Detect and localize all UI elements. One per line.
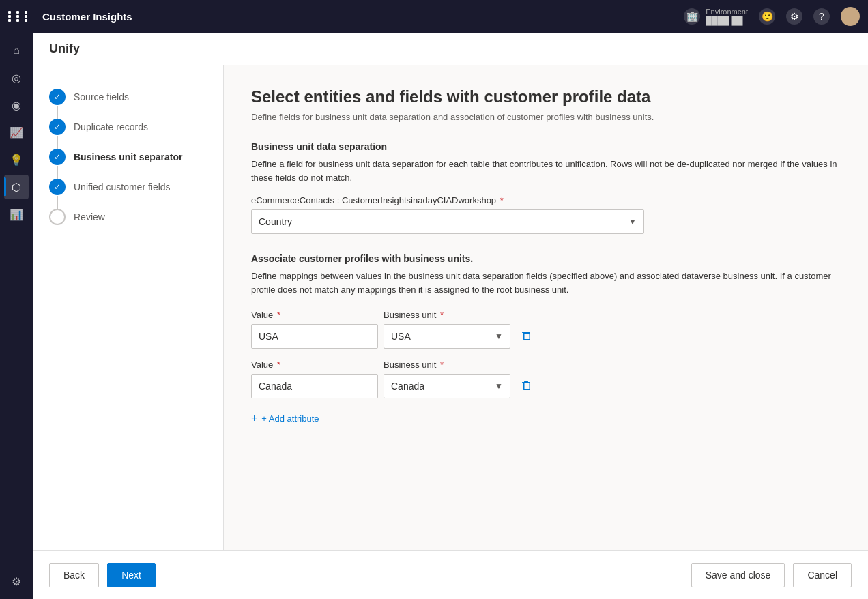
settings-icon[interactable]: ⚙ bbox=[786, 8, 802, 25]
footer-right: Save and close Cancel bbox=[691, 563, 852, 587]
header-bar: Unify bbox=[33, 33, 868, 65]
step-main: ✓ Source fields ✓ Duplicate records ✓ Bu… bbox=[33, 65, 868, 550]
biz-required-marker: * bbox=[500, 195, 504, 205]
mapping-row-1: Value * Business unit * USA bbox=[251, 310, 841, 349]
associate-title: Associate customer profiles with busines… bbox=[251, 253, 841, 264]
add-attribute-button[interactable]: + + Add attribute bbox=[251, 409, 319, 427]
value-label-1: Value * bbox=[251, 310, 378, 320]
step-review[interactable]: Review bbox=[44, 202, 212, 232]
business-unit-label-1: Business unit * bbox=[384, 310, 510, 320]
add-attr-label: + Add attribute bbox=[261, 413, 319, 424]
environment-selector[interactable]: 🏢 Environment ████ ██ bbox=[684, 8, 748, 25]
step-circle-duplicate: ✓ bbox=[49, 119, 66, 135]
step-label-duplicate: Duplicate records bbox=[74, 121, 148, 132]
app-title: Customer Insights bbox=[42, 11, 676, 23]
step-duplicate-records[interactable]: ✓ Duplicate records bbox=[44, 112, 212, 142]
apps-grid-icon[interactable] bbox=[8, 11, 31, 22]
content-area: Unify ✓ Source fields ✓ Duplicate record… bbox=[33, 33, 868, 599]
biz-section-title: Business unit data separation bbox=[251, 141, 841, 152]
business-unit-col-2: Business unit * Canada ▼ bbox=[384, 360, 510, 398]
sidebar-item-segments[interactable]: ⬡ bbox=[4, 175, 29, 199]
page-title: Unify bbox=[49, 42, 80, 56]
associate-section: Associate customer profiles with busines… bbox=[251, 253, 841, 427]
step-label-unified: Unified customer fields bbox=[74, 181, 171, 192]
sidebar-item-analytics[interactable]: ◎ bbox=[4, 65, 29, 90]
value-required-1: * bbox=[277, 310, 280, 320]
smiley-icon[interactable]: 🙂 bbox=[759, 8, 775, 25]
value-col-2: Value * bbox=[251, 360, 378, 398]
main-subtitle: Define fields for business unit data sep… bbox=[251, 112, 841, 122]
back-button[interactable]: Back bbox=[49, 563, 99, 587]
sidebar-item-chart[interactable]: 📈 bbox=[4, 120, 29, 145]
value-col-1: Value * bbox=[251, 310, 378, 349]
business-unit-section: Business unit data separation Define a f… bbox=[251, 141, 841, 253]
country-dropdown-chevron: ▼ bbox=[628, 217, 637, 227]
value-input-1[interactable] bbox=[251, 324, 378, 349]
country-dropdown[interactable]: Country ▼ bbox=[251, 209, 644, 234]
sidebar-item-settings[interactable]: ⚙ bbox=[4, 569, 29, 594]
help-icon[interactable]: ? bbox=[813, 8, 830, 25]
bu-required-1: * bbox=[440, 310, 444, 320]
bu-required-2: * bbox=[440, 360, 444, 370]
environment-icon: 🏢 bbox=[684, 8, 700, 25]
main-panel: Select entities and fields with customer… bbox=[224, 65, 868, 550]
step-circle-review bbox=[49, 209, 66, 225]
step-circle-unified: ✓ bbox=[49, 179, 66, 195]
business-unit-dropdown-2[interactable]: Canada ▼ bbox=[384, 374, 510, 398]
sidebar-item-target[interactable]: ◉ bbox=[4, 93, 29, 117]
step-label-source: Source fields bbox=[74, 91, 129, 102]
icon-sidebar: ⌂ ◎ ◉ 📈 💡 ⬡ 📊 ⚙ bbox=[0, 33, 33, 599]
steps-sidebar: ✓ Source fields ✓ Duplicate records ✓ Bu… bbox=[33, 65, 224, 550]
main-title: Select entities and fields with customer… bbox=[251, 87, 841, 106]
mapping-row-2: Value * Business unit * Canada bbox=[251, 360, 841, 398]
sidebar-item-home[interactable]: ⌂ bbox=[4, 38, 29, 63]
cancel-button[interactable]: Cancel bbox=[793, 563, 852, 587]
business-unit-label-2: Business unit * bbox=[384, 360, 510, 370]
delete-row-2[interactable] bbox=[516, 374, 538, 398]
value-required-2: * bbox=[277, 360, 280, 370]
environment-info: Environment ████ ██ bbox=[706, 8, 748, 25]
top-nav: Customer Insights 🏢 Environment ████ ██ … bbox=[0, 0, 868, 33]
save-close-button[interactable]: Save and close bbox=[691, 563, 785, 587]
env-value: ████ ██ bbox=[706, 16, 748, 25]
bu-dropdown-chevron-1: ▼ bbox=[495, 332, 503, 341]
value-label-2: Value * bbox=[251, 360, 378, 370]
step-unified-customer[interactable]: ✓ Unified customer fields bbox=[44, 172, 212, 202]
value-input-2[interactable] bbox=[251, 374, 378, 398]
add-icon: + bbox=[251, 412, 257, 424]
top-nav-right: 🏢 Environment ████ ██ 🙂 ⚙ ? bbox=[684, 7, 860, 26]
step-source-fields[interactable]: ✓ Source fields bbox=[44, 82, 212, 112]
footer-left: Back Next bbox=[49, 563, 156, 587]
business-unit-dropdown-1[interactable]: USA ▼ bbox=[384, 324, 510, 349]
env-label: Environment bbox=[706, 8, 748, 16]
step-label-business: Business unit separator bbox=[74, 151, 183, 162]
avatar[interactable] bbox=[841, 7, 860, 26]
country-dropdown-value: Country bbox=[259, 216, 292, 227]
biz-section-desc: Define a field for business unit data se… bbox=[251, 158, 841, 184]
footer: Back Next Save and close Cancel bbox=[33, 550, 868, 599]
bu-dropdown-chevron-2: ▼ bbox=[495, 381, 503, 391]
step-label-review: Review bbox=[74, 211, 105, 222]
next-button[interactable]: Next bbox=[107, 563, 156, 587]
main-layout: ⌂ ◎ ◉ 📈 💡 ⬡ 📊 ⚙ Unify ✓ Source field bbox=[0, 33, 868, 599]
step-circle-source: ✓ bbox=[49, 89, 66, 105]
business-unit-col-1: Business unit * USA ▼ bbox=[384, 310, 510, 349]
step-business-unit[interactable]: ✓ Business unit separator bbox=[44, 142, 212, 172]
sidebar-item-insights[interactable]: 💡 bbox=[4, 147, 29, 172]
delete-row-1[interactable] bbox=[516, 324, 538, 349]
bu-dropdown-value-1: USA bbox=[391, 331, 411, 342]
associate-desc: Define mappings between values in the bu… bbox=[251, 269, 841, 296]
bu-dropdown-value-2: Canada bbox=[391, 381, 424, 392]
sidebar-item-reports[interactable]: 📊 bbox=[4, 202, 29, 227]
biz-field-label: eCommerceContacts : CustomerInsightsinad… bbox=[251, 195, 841, 205]
step-circle-business: ✓ bbox=[49, 149, 66, 165]
